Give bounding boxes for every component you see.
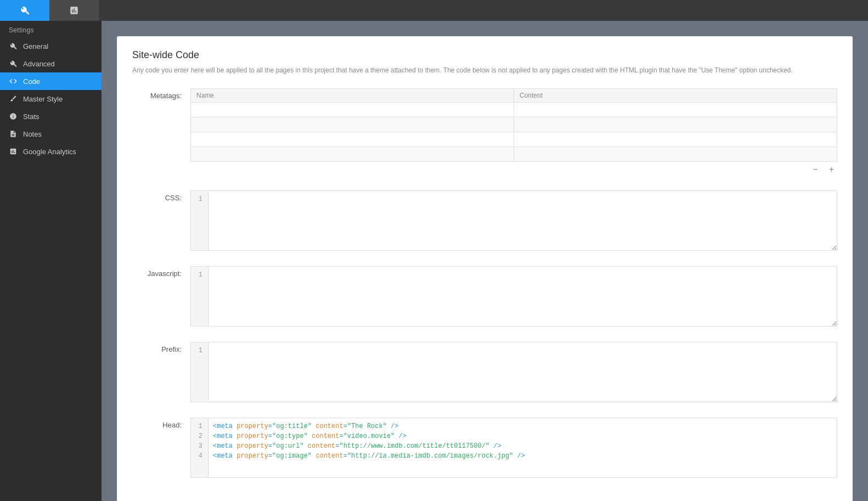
head-row: Head: 1 2 3 4 <meta property="og:title" … [132,418,837,478]
head-editor: 1 2 3 4 <meta property="og:title" conten… [190,418,837,478]
bracket: /> [391,421,398,431]
tag-name: meta [217,451,233,461]
prefix-editor: 1 [190,342,837,402]
sidebar-item-label: Master Style [23,95,63,103]
bracket: = [339,431,343,441]
attr-name: property [236,421,268,431]
metatags-control: Name Content [190,88,837,175]
sidebar-item-label: General [23,42,48,50]
metatag-name-input[interactable] [191,117,514,132]
js-line-numbers: 1 [191,267,208,326]
bracket: /> [493,441,501,451]
head-label: Head: [132,418,182,429]
bracket: = [268,441,272,451]
metatag-content-input[interactable] [514,147,837,161]
tag-name: meta [217,421,233,431]
wrench-icon [9,42,18,50]
bracket: < [213,451,217,461]
css-editor: 1 [190,190,837,251]
pages-tab[interactable] [49,0,99,21]
settings-tab[interactable] [0,0,49,21]
attr-name: property [236,451,268,461]
css-textarea[interactable] [208,191,837,250]
pages-icon [69,5,79,15]
tag-name: meta [217,431,233,441]
bracket: = [335,441,339,451]
bracket: < [213,421,217,431]
sidebar-item-label: Google Analytics [23,148,76,156]
metatags-table: Name Content [190,88,837,162]
attr-value: "og:type" [272,431,308,441]
head-code-line-2: <meta property="og:type" content="video.… [213,431,832,441]
sidebar-item-general[interactable]: General [0,37,102,55]
code-icon [9,77,18,86]
prefix-row: Prefix: 1 [132,342,837,402]
bracket: /> [399,431,407,441]
css-line-numbers: 1 [191,191,208,250]
attr-value: "The Rock" [347,421,387,431]
javascript-textarea[interactable] [208,267,837,326]
metatags-content-header: Content [514,89,837,103]
sidebar-item-notes[interactable]: Notes [0,125,102,143]
page-description: Any code you enter here will be applied … [132,65,837,75]
metatags-minus-button[interactable]: − [809,164,821,175]
attr-name: property [236,431,268,441]
bracket: = [343,451,347,461]
metatag-name-input[interactable] [191,147,514,161]
line-number: 3 [193,441,206,451]
wrench-icon [20,5,30,15]
attr-value: "http://www.imdb.com/title/tt0117500/" [339,441,489,451]
css-row: CSS: 1 [132,190,837,251]
metatag-name-input[interactable] [191,132,514,147]
table-row [191,132,837,147]
sidebar-item-code[interactable]: Code [0,72,102,90]
head-code-line-4: <meta property="og:image" content="http:… [213,451,832,461]
stats-icon [9,112,18,121]
metatag-content-input[interactable] [514,132,837,147]
attr-value: "og:title" [272,421,312,431]
bracket: = [343,421,347,431]
javascript-editor: 1 [190,266,837,327]
page-title: Site-wide Code [132,49,837,61]
attr-name: content [315,451,343,461]
attr-value: "video.movie" [343,431,395,441]
head-code-display[interactable]: <meta property="og:title" content="The R… [208,418,837,477]
css-control: 1 [190,190,837,251]
metatags-controls: − + [190,164,837,175]
line-number: 1 [193,194,206,204]
advanced-icon [9,59,18,68]
bracket: = [268,431,272,441]
prefix-label: Prefix: [132,342,182,353]
head-line-numbers: 1 2 3 4 [191,418,208,477]
table-row [191,147,837,162]
prefix-line-numbers: 1 [191,342,208,402]
bracket: = [268,451,272,461]
attr-name: content [312,431,339,441]
sidebar-item-google-analytics[interactable]: Google Analytics [0,143,102,160]
prefix-textarea[interactable] [208,342,837,402]
sidebar-item-advanced[interactable]: Advanced [0,55,102,72]
head-code-line-3: <meta property="og:url" content="http://… [213,441,832,451]
sidebar-item-master-style[interactable]: Master Style [0,90,102,108]
metatag-content-input[interactable] [514,117,837,132]
line-number: 1 [193,270,206,280]
line-number: 1 [193,346,206,356]
sidebar-item-label: Stats [23,112,40,121]
sidebar-header: Settings [0,21,102,37]
metatag-name-input[interactable] [191,103,514,117]
main-content: Site-wide Code Any code you enter here w… [102,0,868,501]
sidebar-item-label: Advanced [23,60,55,68]
tag-name: meta [217,441,233,451]
sidebar-item-stats[interactable]: Stats [0,108,102,125]
attr-value: "http://ia.media-imdb.com/images/rock.jp… [347,451,513,461]
javascript-label: Javascript: [132,266,182,278]
sidebar-item-label: Notes [23,130,42,138]
attr-value: "og:url" [272,441,304,451]
attr-value: "og:image" [272,451,312,461]
attr-name: content [315,421,343,431]
head-control: 1 2 3 4 <meta property="og:title" conten… [190,418,837,478]
metatags-plus-button[interactable]: + [826,164,837,175]
bracket: < [213,431,217,441]
metatag-content-input[interactable] [514,103,837,117]
analytics-icon [9,147,18,156]
